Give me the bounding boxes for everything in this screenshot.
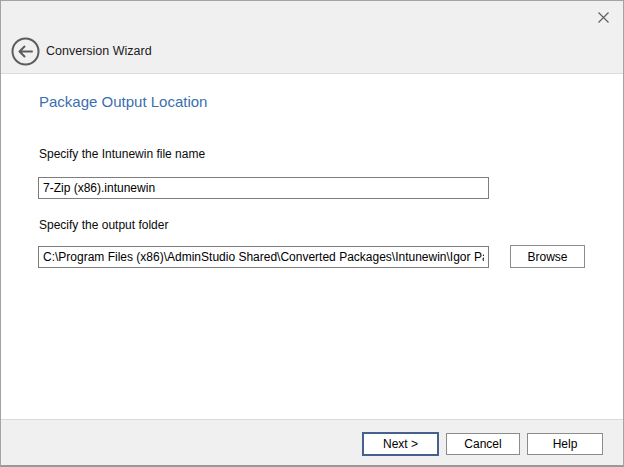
back-arrow-icon [11,37,40,66]
back-button[interactable] [11,37,40,66]
intunewin-filename-input[interactable] [38,177,489,199]
conversion-wizard-window: Conversion Wizard Package Output Locatio… [0,0,624,467]
filename-label: Specify the Intunewin file name [39,147,205,161]
browse-button[interactable]: Browse [510,245,585,268]
close-button[interactable] [593,7,613,27]
wizard-header: Conversion Wizard [1,1,623,74]
next-button[interactable]: Next > [362,432,439,456]
close-icon [597,11,610,24]
help-button[interactable]: Help [527,433,603,455]
page-title: Package Output Location [39,93,207,110]
wizard-title: Conversion Wizard [46,44,152,58]
footer-bar: Next > Cancel Help [1,419,623,465]
output-folder-label: Specify the output folder [39,218,168,232]
output-folder-input[interactable] [38,246,489,268]
cancel-button[interactable]: Cancel [446,433,520,455]
